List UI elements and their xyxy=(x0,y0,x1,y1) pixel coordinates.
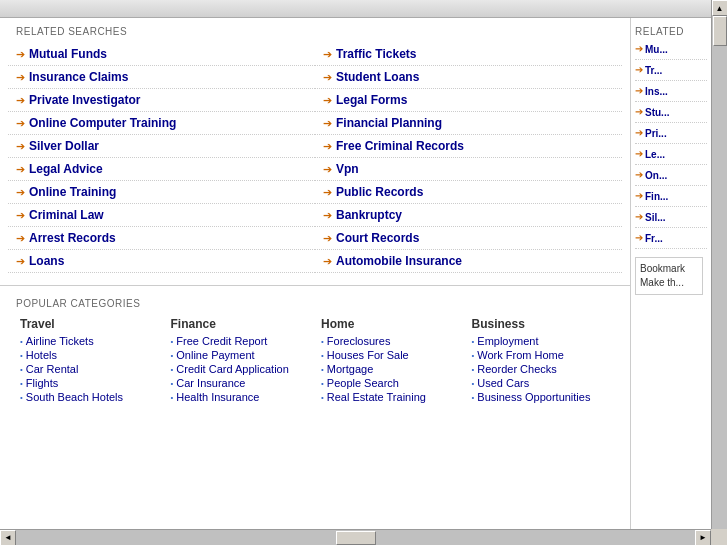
list-item: ➔ Tr... xyxy=(635,64,707,81)
silver-dollar-link[interactable]: Silver Dollar xyxy=(29,139,99,153)
arrow-icon: ➔ xyxy=(635,43,643,54)
public-records-link[interactable]: Public Records xyxy=(336,185,423,199)
criminal-law-link[interactable]: Criminal Law xyxy=(29,208,104,222)
list-item: • Work From Home xyxy=(472,349,611,361)
employment-link[interactable]: Employment xyxy=(477,335,538,347)
insurance-claims-link[interactable]: Insurance Claims xyxy=(29,70,128,84)
list-item: • Employment xyxy=(472,335,611,347)
bankruptcy-link[interactable]: Bankruptcy xyxy=(336,208,402,222)
scroll-left-button[interactable]: ◄ xyxy=(0,530,16,546)
arrow-icon: ➔ xyxy=(16,94,25,107)
airline-tickets-link[interactable]: Airline Tickets xyxy=(26,335,94,347)
arrow-icon: ➔ xyxy=(323,140,332,153)
arrow-icon: ➔ xyxy=(16,140,25,153)
business-opportunities-link[interactable]: Business Opportunities xyxy=(477,391,590,403)
right-related-header: RELATED xyxy=(635,26,707,37)
sidebar-pri-link[interactable]: Pri... xyxy=(645,127,667,140)
arrow-icon: ➔ xyxy=(323,94,332,107)
court-records-link[interactable]: Court Records xyxy=(336,231,419,245)
online-computer-training-link[interactable]: Online Computer Training xyxy=(29,116,176,130)
arrow-icon: ➔ xyxy=(635,211,643,222)
car-rental-link[interactable]: Car Rental xyxy=(26,363,79,375)
reorder-checks-link[interactable]: Reorder Checks xyxy=(477,363,556,375)
sidebar-le-link[interactable]: Le... xyxy=(645,148,665,161)
arrow-icon: ➔ xyxy=(635,169,643,180)
scroll-track[interactable] xyxy=(712,16,728,529)
online-payment-link[interactable]: Online Payment xyxy=(176,349,254,361)
sidebar-fr-link[interactable]: Fr... xyxy=(645,232,663,245)
top-bar xyxy=(0,0,711,18)
arrow-icon: ➔ xyxy=(16,255,25,268)
free-criminal-records-link[interactable]: Free Criminal Records xyxy=(336,139,464,153)
scroll-up-button[interactable]: ▲ xyxy=(712,0,728,16)
popular-section: POPULAR CATEGORIES Travel • Airline Tick… xyxy=(0,294,630,409)
scroll-right-button[interactable]: ► xyxy=(695,530,711,546)
arrow-icon: ➔ xyxy=(323,117,332,130)
popular-categories-header: POPULAR CATEGORIES xyxy=(16,298,614,309)
bullet-icon: • xyxy=(321,379,324,388)
arrow-icon: ➔ xyxy=(323,255,332,268)
credit-card-application-link[interactable]: Credit Card Application xyxy=(176,363,289,375)
sidebar-on-link[interactable]: On... xyxy=(645,169,667,182)
financial-planning-link[interactable]: Financial Planning xyxy=(336,116,442,130)
hotels-link[interactable]: Hotels xyxy=(26,349,57,361)
legal-forms-link[interactable]: Legal Forms xyxy=(336,93,407,107)
arrow-icon: ➔ xyxy=(635,127,643,138)
list-item: ➔ Ins... xyxy=(635,85,707,102)
list-item: • Flights xyxy=(20,377,159,389)
arrest-records-link[interactable]: Arrest Records xyxy=(29,231,116,245)
bottom-scroll-thumb[interactable] xyxy=(336,531,376,545)
list-item: ➔ Financial Planning xyxy=(315,112,622,135)
traffic-tickets-link[interactable]: Traffic Tickets xyxy=(336,47,416,61)
arrow-icon: ➔ xyxy=(16,71,25,84)
student-loans-link[interactable]: Student Loans xyxy=(336,70,419,84)
used-cars-link[interactable]: Used Cars xyxy=(477,377,529,389)
people-search-link[interactable]: People Search xyxy=(327,377,399,389)
sidebar-fin-link[interactable]: Fin... xyxy=(645,190,668,203)
list-item: • Airline Tickets xyxy=(20,335,159,347)
sidebar-tr-link[interactable]: Tr... xyxy=(645,64,662,77)
vpn-link[interactable]: Vpn xyxy=(336,162,359,176)
legal-advice-link[interactable]: Legal Advice xyxy=(29,162,103,176)
bottom-scroll-track[interactable] xyxy=(16,530,695,546)
sidebar-sil-link[interactable]: Sil... xyxy=(645,211,666,224)
bullet-icon: • xyxy=(20,337,23,346)
sidebar-mu-link[interactable]: Mu... xyxy=(645,43,668,56)
south-beach-hotels-link[interactable]: South Beach Hotels xyxy=(26,391,123,403)
list-item: ➔ Free Criminal Records xyxy=(315,135,622,158)
list-item: • Car Insurance xyxy=(171,377,310,389)
work-from-home-link[interactable]: Work From Home xyxy=(477,349,564,361)
houses-for-sale-link[interactable]: Houses For Sale xyxy=(327,349,409,361)
flights-link[interactable]: Flights xyxy=(26,377,58,389)
bookmark-box: BookmarkMake th... xyxy=(635,257,703,295)
arrow-icon: ➔ xyxy=(16,163,25,176)
sidebar-stu-link[interactable]: Stu... xyxy=(645,106,669,119)
automobile-insurance-link[interactable]: Automobile Insurance xyxy=(336,254,462,268)
mutual-funds-link[interactable]: Mutual Funds xyxy=(29,47,107,61)
bookmark-text: BookmarkMake th... xyxy=(640,262,698,290)
bullet-icon: • xyxy=(20,379,23,388)
mortgage-link[interactable]: Mortgage xyxy=(327,363,373,375)
list-item: ➔ Court Records xyxy=(315,227,622,250)
loans-link[interactable]: Loans xyxy=(29,254,64,268)
business-title: Business xyxy=(472,317,611,331)
online-training-link[interactable]: Online Training xyxy=(29,185,116,199)
foreclosures-link[interactable]: Foreclosures xyxy=(327,335,391,347)
free-credit-report-link[interactable]: Free Credit Report xyxy=(176,335,267,347)
bullet-icon: • xyxy=(171,393,174,402)
sidebar-ins-link[interactable]: Ins... xyxy=(645,85,668,98)
list-item: ➔ Arrest Records xyxy=(8,227,315,250)
list-item: • Houses For Sale xyxy=(321,349,460,361)
list-item: • Mortgage xyxy=(321,363,460,375)
health-insurance-link[interactable]: Health Insurance xyxy=(176,391,259,403)
bullet-icon: • xyxy=(321,351,324,360)
bullet-icon: • xyxy=(321,337,324,346)
real-estate-training-link[interactable]: Real Estate Training xyxy=(327,391,426,403)
car-insurance-link[interactable]: Car Insurance xyxy=(176,377,245,389)
list-item: ➔ Automobile Insurance xyxy=(315,250,622,273)
scroll-thumb[interactable] xyxy=(713,16,727,46)
list-item: ➔ Legal Advice xyxy=(8,158,315,181)
related-searches-grid: ➔ Mutual Funds ➔ Insurance Claims ➔ Priv… xyxy=(0,43,630,273)
list-item: ➔ On... xyxy=(635,169,707,186)
private-investigator-link[interactable]: Private Investigator xyxy=(29,93,140,107)
